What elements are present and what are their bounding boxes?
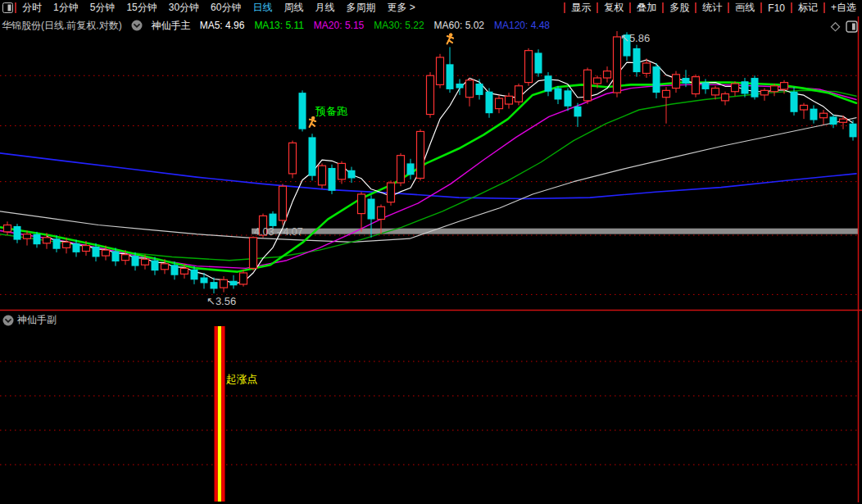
- ma-legend-MA20: MA20: 5.15: [314, 20, 364, 31]
- candle: [220, 276, 228, 292]
- candle: [34, 232, 41, 247]
- candle: [299, 90, 306, 131]
- candle: [584, 68, 592, 105]
- candle: [565, 89, 572, 111]
- candle: [230, 275, 238, 289]
- menu-item-复权[interactable]: 复权: [598, 1, 629, 15]
- period-tab-30分钟[interactable]: 30分钟: [163, 1, 205, 15]
- candle: [437, 54, 444, 89]
- main-indicator-name[interactable]: 神仙手主: [152, 19, 191, 33]
- sub-indicator-dropdown-icon[interactable]: [2, 315, 14, 326]
- candle: [319, 163, 326, 188]
- candle: [427, 72, 434, 118]
- candle: [289, 141, 297, 179]
- period-tab-15分钟[interactable]: 15分钟: [120, 1, 162, 15]
- candle: [771, 84, 778, 96]
- menu-item-统计[interactable]: 统计: [696, 1, 728, 15]
- candle: [348, 167, 356, 183]
- candle: [486, 89, 493, 118]
- menu-item-+自选[interactable]: +自选: [825, 1, 862, 15]
- candle: [535, 49, 542, 76]
- sub-indicator-name[interactable]: 神仙手副: [17, 313, 57, 327]
- candle: [279, 184, 287, 225]
- ma-legend-MA13: MA13: 5.11: [254, 20, 303, 31]
- signal-bar: 起涨点: [215, 326, 258, 502]
- candle: [496, 95, 503, 113]
- candle: [476, 79, 483, 99]
- candle: [329, 165, 336, 194]
- candle: [250, 236, 257, 270]
- high-price-label: ↖5.86: [620, 32, 650, 44]
- candle: [555, 86, 562, 104]
- low-price-label: ↖3.56: [206, 295, 236, 307]
- chart-canvas[interactable]: 预备跑↖5.86↖3.564.03 - 4.07起涨点: [0, 0, 862, 504]
- period-tab-月线[interactable]: 月线: [309, 1, 340, 15]
- legend-corner-icons: [829, 20, 858, 36]
- candle: [653, 63, 660, 98]
- runner-icon: [447, 33, 454, 43]
- candle: [447, 47, 454, 93]
- period-tab-60分钟[interactable]: 60分钟: [205, 1, 247, 15]
- menu-item-F10[interactable]: F10: [762, 2, 791, 14]
- candle: [14, 224, 21, 243]
- period-tab-5分钟[interactable]: 5分钟: [84, 1, 121, 15]
- menu-item-标记[interactable]: 标记: [792, 1, 823, 15]
- toolbar-left-group: 分时1分钟5分钟15分钟30分钟60分钟日线周线月线多周期更多 >: [0, 0, 421, 16]
- candle: [712, 86, 719, 100]
- candle: [309, 134, 316, 180]
- menu-item-画线[interactable]: 画线: [729, 1, 760, 15]
- candle: [810, 105, 818, 123]
- ma-legend-MA60: MA60: 5.02: [434, 20, 484, 31]
- candle: [417, 129, 424, 181]
- candle: [515, 84, 523, 105]
- candle: [338, 161, 346, 184]
- candle: [702, 79, 710, 93]
- candle: [466, 78, 474, 107]
- ma-legend-MA120: MA120: 4.48: [494, 20, 550, 31]
- period-tab-分时[interactable]: 分时: [16, 1, 48, 15]
- candle: [4, 221, 11, 235]
- candle: [397, 153, 405, 186]
- period-tab-1分钟[interactable]: 1分钟: [48, 1, 84, 15]
- menu-item-显示[interactable]: 显示: [565, 1, 597, 15]
- candle: [604, 66, 611, 82]
- sub-panel-header: 神仙手副: [2, 313, 57, 327]
- candle: [761, 89, 769, 101]
- candle: [692, 75, 700, 98]
- candle: [751, 75, 759, 99]
- candle: [633, 45, 641, 77]
- sub-panel-gridlines: [0, 361, 857, 465]
- period-tab-多周期[interactable]: 多周期: [340, 1, 381, 15]
- candle: [407, 159, 415, 179]
- candle: [506, 93, 513, 108]
- stock-title: 华锦股份(日线.前复权.对数): [2, 19, 122, 33]
- menu-item-叠加[interactable]: 叠加: [631, 1, 662, 15]
- panel-maximize-icon[interactable]: [846, 20, 858, 36]
- candle: [388, 180, 395, 206]
- signal-label: 预备跑: [315, 105, 347, 117]
- menu-item-多股[interactable]: 多股: [664, 1, 695, 15]
- period-tab-日线[interactable]: 日线: [247, 1, 278, 15]
- candle: [732, 81, 739, 96]
- period-tab-更多 >[interactable]: 更多 >: [381, 1, 420, 15]
- diamond-icon[interactable]: [829, 20, 842, 36]
- window-layout-icon[interactable]: [0, 0, 15, 16]
- candle: [673, 71, 680, 93]
- period-tab-周线[interactable]: 周线: [278, 1, 309, 15]
- toolbar-right-group: 显示复权叠加多股统计画线F10标记+自选: [564, 0, 862, 16]
- chart-legend: 华锦股份(日线.前复权.对数) 神仙手主 MA5: 4.96MA13: 5.11…: [2, 18, 559, 33]
- top-toolbar: 分时1分钟5分钟15分钟30分钟60分钟日线周线月线多周期更多 > 显示复权叠加…: [0, 0, 862, 16]
- ma-legend-MA30: MA30: 5.22: [374, 20, 424, 31]
- ma-line-MA5: [47, 60, 853, 284]
- ma-line-MA120: [0, 153, 856, 199]
- candle: [722, 92, 729, 106]
- ma-line-MA60: [0, 118, 856, 243]
- candle: [742, 78, 749, 98]
- gap-zone-band: [252, 229, 858, 234]
- ma-legend: MA5: 4.96MA13: 5.11MA20: 5.15MA30: 5.22M…: [200, 20, 550, 31]
- candle: [574, 103, 582, 127]
- sub-signal-label: 起涨点: [226, 373, 258, 385]
- ma-legend-MA5: MA5: 4.96: [200, 20, 245, 31]
- candle: [820, 110, 828, 125]
- indicator-dropdown-icon[interactable]: [131, 20, 143, 31]
